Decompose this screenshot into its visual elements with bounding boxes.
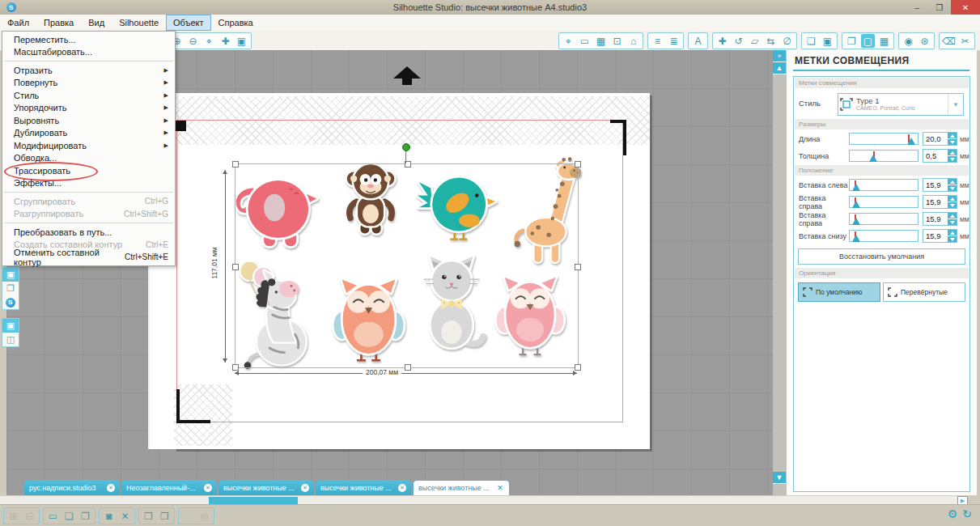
menu-item-scale[interactable]: Масштабировать... [2,46,175,59]
inset-bottom-slider[interactable] [849,230,918,242]
selection-handle[interactable] [232,264,239,270]
menu-item-style[interactable]: Стиль▶ [2,89,175,102]
zoom-out-icon[interactable]: ⊖ [186,34,200,48]
tab-vysechki-active[interactable]: высечки животные ... ✕ [413,480,510,495]
scroll-up-button[interactable]: ▲ [773,62,786,74]
knife-icon[interactable]: ✂ [958,34,972,48]
close-button[interactable]: ✕ [951,0,980,15]
registration-marks-panel-icon[interactable]: ▢ [861,34,875,48]
vertical-scrollbar[interactable]: » ▲ ▼ [773,50,786,495]
offset-icon[interactable]: ◌ [181,509,195,523]
duplicate-icon[interactable]: ❏ [62,509,76,523]
dock-page-icon[interactable]: ❐ [2,282,19,295]
move-icon[interactable]: ✚ [715,34,729,48]
selection-handle[interactable] [232,161,239,168]
menu-file[interactable]: Файл [0,15,36,31]
inset-left-slider[interactable] [849,179,918,191]
page-setup-icon[interactable]: ▭ [578,34,592,48]
dock-fill-panel-icon[interactable]: ▣ [2,268,19,282]
inset-right-slider[interactable] [849,196,918,208]
tab-close-icon[interactable]: ✕ [107,484,115,492]
menu-item-rotate[interactable]: Повернуть▶ [2,77,175,90]
menu-item-arrange[interactable]: Упорядочить▶ [2,102,175,115]
registration-marks-setup-icon[interactable]: ⌖ [562,34,575,48]
menu-item-convert-to-path[interactable]: Преобразовать в путь... [2,226,175,239]
page-panel-icon[interactable]: ❐ [845,34,859,48]
spacing-icon[interactable]: ⇆ [764,34,778,48]
scroll-down-button[interactable]: ▼ [773,472,786,484]
print-border-icon[interactable]: ⊡ [610,34,624,48]
length-slider[interactable] [849,133,918,145]
selection-handle[interactable] [405,364,411,371]
thickness-slider[interactable] [849,150,918,162]
background-color-icon[interactable]: ▣ [821,34,834,48]
menu-item-mirror[interactable]: Отразить▶ [2,64,175,77]
inset-right2-slider[interactable] [849,213,918,225]
settings-gear-icon[interactable]: ⚙ [948,507,958,520]
length-input[interactable]: 20,0 [923,132,957,146]
menu-item-move[interactable]: Переместить... [2,33,175,46]
spin-down-button[interactable] [948,185,957,191]
selection-handle[interactable] [232,364,239,371]
spin-up-button[interactable] [948,196,957,201]
restore-defaults-button[interactable]: Восстановить умолчания [798,248,965,265]
menu-edit[interactable]: Правка [36,15,81,31]
orientation-default-button[interactable]: По умолчанию [798,282,880,302]
tab-close-icon[interactable]: ✕ [204,484,212,492]
spin-up-button[interactable] [948,230,957,235]
spin-up-button[interactable] [948,179,957,185]
zoom-selection-icon[interactable]: ⌖ [202,34,216,48]
menu-item-trace[interactable]: Трассировать [2,164,175,177]
menu-item-effects[interactable]: Эффекты... [2,177,175,190]
dock-reg-panel-icon[interactable]: ▣ [2,319,19,333]
selection-handle[interactable] [575,161,581,168]
eraser-icon[interactable]: ⌫ [942,34,956,48]
delete-icon[interactable]: ✕ [118,509,132,523]
panel-expand-button[interactable]: » [773,50,786,62]
tab-vysechki-1[interactable]: высечки животные ... ✕ [218,480,314,495]
rotate-icon[interactable]: ↺ [732,34,745,48]
mirror-icon[interactable]: ❐ [78,509,92,523]
spin-down-button[interactable] [948,202,957,208]
menu-item-release-compound-path[interactable]: Отменить составной контурCtrl+Shift+E [2,251,175,264]
inset-right-input[interactable]: 15,9 [923,195,957,209]
shape-edit-icon[interactable]: ⌂ [626,34,640,48]
transform-panel-icon[interactable]: ▭ [46,509,60,523]
paste-icon[interactable]: ❒ [158,509,172,523]
fill-style-icon[interactable]: ≡ [651,34,664,48]
maximize-button[interactable]: ❒ [928,0,951,15]
minimize-button[interactable]: – [906,0,928,15]
dock-split-view-icon[interactable]: ◫ [2,333,19,346]
inset-bottom-input[interactable]: 15,9 [923,229,957,243]
spin-up-button[interactable] [948,150,957,155]
dock-logo-icon[interactable]: S [2,295,19,309]
menu-object[interactable]: Объект [166,15,210,31]
drag-zoom-icon[interactable]: ✚ [218,34,232,48]
rhinestone-icon[interactable]: ⊛ [918,34,931,48]
menu-silhouette[interactable]: Silhouette [112,15,166,31]
tab-close-icon[interactable]: ✕ [496,484,504,492]
spin-up-button[interactable] [948,213,957,218]
menu-help[interactable]: Справка [211,15,261,31]
shadow-icon[interactable]: ❏ [804,34,818,48]
menu-item-replicate[interactable]: Дублировать▶ [2,127,175,140]
orientation-flipped-button[interactable]: Перевёрнутые [883,282,965,302]
inset-right2-input[interactable]: 15,9 [923,212,957,226]
inset-left-input[interactable]: 15,9 [923,178,957,192]
tab-close-icon[interactable]: ✕ [301,484,309,492]
menu-item-align[interactable]: Выровнять▶ [2,114,175,127]
grid-panel-icon[interactable]: ▦ [877,34,891,48]
style-dropdown[interactable]: Type 1 CAMEO, Portrait, Curio ▼ [838,93,964,116]
weld-selected-icon[interactable]: ◙ [102,509,116,523]
thickness-input[interactable]: 0,5 [923,149,957,163]
rotation-handle[interactable] [402,143,410,151]
menu-item-modify[interactable]: Модифицировать▶ [2,139,175,152]
deselect-all-icon[interactable]: ⊟ [23,509,36,523]
line-style-icon[interactable]: ≣ [667,34,681,48]
tab-untitled[interactable]: Неозаглавленный-... ✕ [121,480,217,495]
tab-rus-nadpisi[interactable]: рус.надписи.studio3 ✕ [24,480,120,495]
refresh-icon[interactable]: ↻ [962,507,972,520]
menu-item-offset[interactable]: Обводка... [2,152,175,165]
spin-down-button[interactable] [948,139,957,145]
tab-vysechki-2[interactable]: высечки животные ... ✕ [316,480,411,495]
